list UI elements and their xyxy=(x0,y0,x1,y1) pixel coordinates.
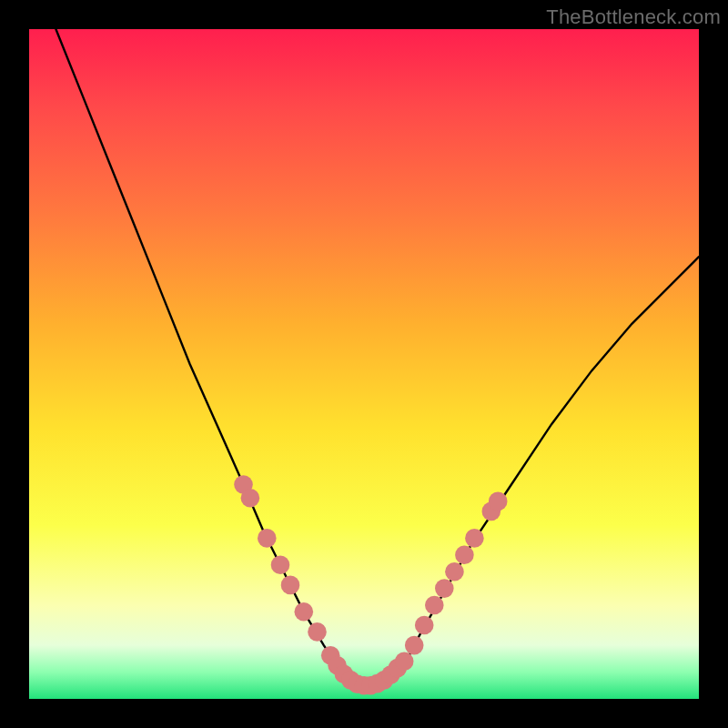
watermark-text: TheBottleneck.com xyxy=(546,5,721,29)
marker-group xyxy=(234,475,507,694)
curve-marker xyxy=(415,616,434,635)
curve-marker xyxy=(425,596,444,615)
plot-area xyxy=(29,29,699,699)
curve-marker xyxy=(445,562,464,581)
chart-frame: TheBottleneck.com xyxy=(0,0,728,728)
bottleneck-curve xyxy=(56,29,699,685)
curve-marker xyxy=(308,622,327,642)
chart-svg xyxy=(29,29,699,699)
curve-marker xyxy=(258,529,277,548)
curve-marker xyxy=(465,529,484,548)
curve-marker xyxy=(455,546,474,565)
curve-marker xyxy=(489,492,508,511)
curve-marker xyxy=(405,636,424,655)
curve-marker xyxy=(281,576,300,595)
curve-marker xyxy=(295,602,314,622)
curve-marker xyxy=(271,556,290,575)
curve-marker xyxy=(435,579,454,598)
curve-marker xyxy=(395,652,414,672)
curve-marker xyxy=(241,489,260,508)
